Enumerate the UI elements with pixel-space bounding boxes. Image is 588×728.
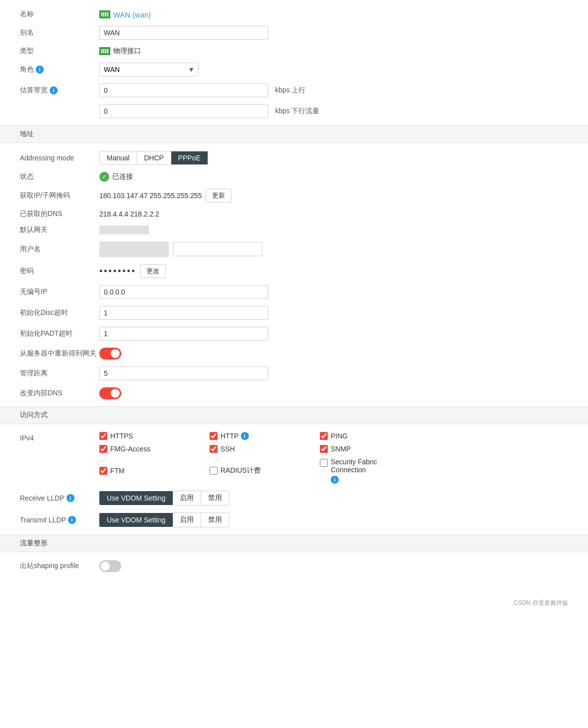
https-checkbox[interactable] bbox=[99, 432, 107, 440]
transmit-lldp-buttons: Use VDOM Setting 启用 禁用 bbox=[99, 512, 568, 527]
ip-label: 获取IP/子网掩码 bbox=[20, 191, 99, 200]
security-fabric-info-icon[interactable]: i bbox=[331, 476, 339, 484]
ipv4-label: IPv4 bbox=[20, 432, 99, 442]
password-label: 密码 bbox=[20, 267, 99, 276]
change-dns-toggle bbox=[99, 387, 568, 399]
interface-name: WAN (wan) bbox=[99, 10, 151, 19]
mode-btn-pppoe[interactable]: PPPoE bbox=[171, 151, 208, 164]
mode-buttons: Manual DHCP PPPoE bbox=[99, 151, 208, 165]
dns-row: 已获取的DNS 218.4.4.4 218.2.2.2 bbox=[20, 210, 568, 218]
receive-lldp-vdom-btn[interactable]: Use VDOM Setting bbox=[99, 491, 173, 505]
change-dns-row: 改变内部DNS bbox=[20, 387, 568, 399]
checkbox-fmg: FMG-Access bbox=[99, 445, 190, 453]
outbound-shaping-slider bbox=[99, 560, 121, 572]
snmp-checkbox[interactable] bbox=[320, 445, 328, 453]
role-value: WAN LAN DMZ ▼ bbox=[99, 63, 568, 76]
outbound-shaping-row: 出站shaping profile bbox=[20, 560, 568, 572]
ssh-checkbox[interactable] bbox=[210, 445, 218, 453]
bandwidth-info-icon[interactable]: i bbox=[50, 86, 58, 94]
status-row: 状态 ✓ 已连接 bbox=[20, 172, 568, 182]
type-label: 类型 bbox=[20, 47, 99, 56]
checkbox-grid: HTTPS HTTP i PING bbox=[99, 432, 410, 484]
ip-row: 获取IP/子网掩码 180.103.147.47 255.255.255.255… bbox=[20, 189, 568, 203]
receive-lldp-row: Receive LLDP i Use VDOM Setting 启用 禁用 bbox=[20, 491, 568, 506]
role-info-icon[interactable]: i bbox=[36, 66, 44, 73]
ipv4-access-row: IPv4 HTTPS HTTP i bbox=[20, 432, 568, 484]
password-row: 密码 •••••••• 更改 bbox=[20, 264, 568, 278]
bandwidth-down-value: kbps 下行流量 bbox=[99, 104, 568, 118]
bandwidth-down-row: kbps 下行流量 bbox=[20, 104, 568, 118]
watermark: CSDN @蛋黄酱拌饭 bbox=[0, 589, 588, 612]
ping-checkbox[interactable] bbox=[320, 432, 328, 440]
disc-timeout-value bbox=[99, 306, 568, 320]
receive-lldp-disable-btn[interactable]: 禁用 bbox=[201, 491, 229, 506]
addressing-mode-label: Addressing mode bbox=[20, 154, 99, 162]
admin-distance-row: 管理距离 bbox=[20, 366, 568, 380]
change-dns-switch[interactable] bbox=[99, 387, 121, 399]
username-masked bbox=[99, 241, 169, 257]
radius-checkbox[interactable] bbox=[210, 467, 218, 475]
change-dns-label: 改变内部DNS bbox=[20, 389, 99, 398]
admin-distance-value bbox=[99, 366, 568, 380]
http-info-icon[interactable]: i bbox=[241, 432, 249, 440]
outbound-shaping-switch[interactable] bbox=[99, 560, 121, 572]
username-input[interactable] bbox=[173, 242, 262, 256]
ftm-label: FTM bbox=[110, 467, 125, 475]
disc-timeout-row: 初始化Disc超时 bbox=[20, 306, 568, 320]
ssh-label: SSH bbox=[220, 445, 235, 453]
disc-timeout-input[interactable] bbox=[99, 306, 268, 320]
http-checkbox[interactable] bbox=[210, 432, 218, 440]
alias-label: 别名 bbox=[20, 28, 99, 37]
receive-lldp-enable-btn[interactable]: 启用 bbox=[173, 491, 201, 506]
transmit-lldp-vdom-btn[interactable]: Use VDOM Setting bbox=[99, 513, 173, 527]
receive-lldp-info-icon[interactable]: i bbox=[67, 494, 74, 502]
change-password-button[interactable]: 更改 bbox=[140, 264, 166, 278]
http-label: HTTP i bbox=[220, 432, 249, 440]
bandwidth-down-input[interactable] bbox=[99, 104, 268, 118]
checkbox-ftm: FTM bbox=[99, 458, 190, 484]
bandwidth-down-unit: kbps 下行流量 bbox=[275, 107, 319, 116]
gateway-row: 默认网关 bbox=[20, 225, 568, 234]
address-section-header: 地址 bbox=[0, 125, 588, 143]
mode-btn-dhcp[interactable]: DHCP bbox=[137, 151, 171, 164]
password-value: •••••••• 更改 bbox=[99, 264, 568, 278]
checkbox-ping: PING bbox=[320, 432, 410, 440]
retrieve-gateway-row: 从服务器中重新得到网关 bbox=[20, 348, 568, 360]
mode-btn-manual[interactable]: Manual bbox=[100, 151, 137, 164]
unnumbered-input[interactable] bbox=[99, 285, 268, 299]
status-value: ✓ 已连接 bbox=[99, 172, 568, 182]
wan-icon bbox=[99, 10, 110, 18]
snmp-label: SNMP bbox=[331, 445, 351, 453]
bandwidth-up-input[interactable] bbox=[99, 83, 268, 97]
bandwidth-label: 估算带宽 i bbox=[20, 86, 99, 95]
ftm-checkbox[interactable] bbox=[99, 467, 107, 475]
alias-input[interactable] bbox=[99, 26, 268, 40]
transmit-lldp-label: Transmit LLDP i bbox=[20, 516, 99, 524]
role-select[interactable]: WAN LAN DMZ bbox=[99, 63, 199, 76]
retrieve-gateway-toggle bbox=[99, 348, 568, 360]
type-row: 类型 物理接口 bbox=[20, 47, 568, 56]
role-select-wrapper: WAN LAN DMZ ▼ bbox=[99, 63, 199, 76]
transmit-lldp-disable-btn[interactable]: 禁用 bbox=[201, 512, 229, 527]
checkbox-http: HTTP i bbox=[210, 432, 300, 440]
fmg-checkbox[interactable] bbox=[99, 445, 107, 453]
unnumbered-value bbox=[99, 285, 568, 299]
type-value: 物理接口 bbox=[99, 47, 568, 56]
outbound-shaping-toggle bbox=[99, 560, 568, 572]
retrieve-gateway-switch[interactable] bbox=[99, 348, 121, 360]
admin-distance-input[interactable] bbox=[99, 366, 268, 380]
addressing-mode-row: Addressing mode Manual DHCP PPPoE bbox=[20, 151, 568, 165]
transmit-lldp-info-icon[interactable]: i bbox=[68, 516, 76, 524]
padt-timeout-input[interactable] bbox=[99, 327, 268, 341]
checkbox-security-fabric: Security Fabric Connection i bbox=[320, 458, 410, 484]
checkbox-snmp: SNMP bbox=[320, 445, 410, 453]
checkbox-https: HTTPS bbox=[99, 432, 190, 440]
gateway-masked bbox=[99, 225, 149, 234]
physical-icon bbox=[99, 47, 110, 55]
alias-value bbox=[99, 26, 568, 40]
security-fabric-checkbox[interactable] bbox=[320, 459, 328, 467]
update-button[interactable]: 更新 bbox=[206, 189, 231, 203]
security-fabric-label: Security Fabric Connection i bbox=[331, 458, 410, 484]
transmit-lldp-enable-btn[interactable]: 启用 bbox=[173, 512, 201, 527]
retrieve-gateway-slider bbox=[99, 348, 121, 360]
